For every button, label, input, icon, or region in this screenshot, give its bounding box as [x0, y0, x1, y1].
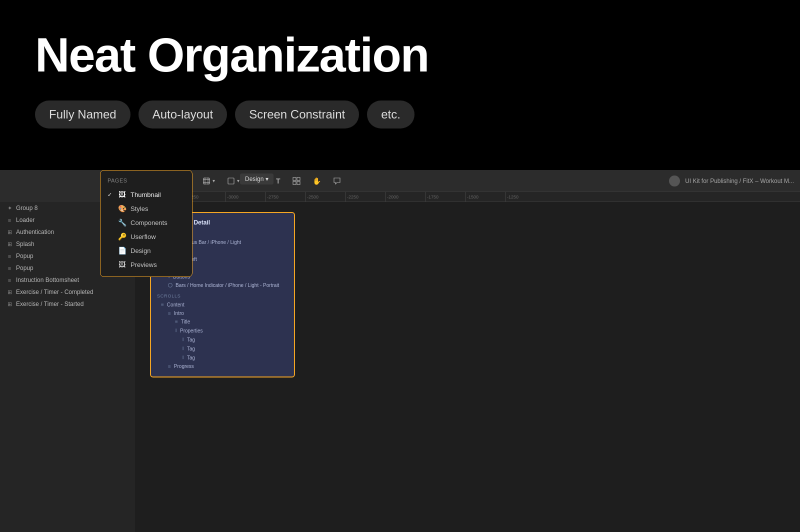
lines2-icon: ⦀ — [175, 328, 177, 334]
hand-tool-btn[interactable]: ✋ — [308, 175, 325, 187]
frame-row-label: Tag — [187, 337, 195, 342]
svg-rect-13 — [293, 182, 296, 184]
frame-scroll-row[interactable]: ≡Content — [157, 300, 288, 309]
toolbar-right: UI Kit for Publishing / FitX – Workout M… — [669, 176, 794, 186]
frame-scroll-row[interactable]: ≡Progress — [157, 362, 288, 370]
check-icon: ✓ — [108, 192, 114, 198]
svg-rect-11 — [293, 178, 296, 180]
lines-icon: ≡ — [161, 302, 164, 308]
page-label: Design — [130, 247, 150, 254]
page-item-userflow[interactable]: 🔑 Userflow — [100, 230, 192, 244]
frame-row-label: Content — [167, 302, 184, 308]
svg-rect-14 — [297, 182, 300, 184]
lines2-icon: ⦀ — [182, 346, 184, 352]
frame-row-label: Progress — [174, 364, 194, 369]
lines-icon: ≡ — [175, 319, 178, 324]
tag-pill: Screen Constraint — [235, 100, 359, 128]
layer-label: Exercise / Timer - Completed — [16, 288, 94, 296]
layer-label: Loader — [16, 216, 34, 224]
lines-icon: ≡ — [168, 364, 171, 369]
frame-fixed-row[interactable]: Bars / Home Indicator / iPhone / Light -… — [157, 281, 288, 290]
frame-row-label: Intro — [174, 310, 184, 316]
scrolls-label: SCROLLS — [157, 294, 288, 298]
frame-scroll-row[interactable]: ⦀Tag — [157, 344, 288, 353]
frame-scroll-row[interactable]: ⦀Tag — [157, 335, 288, 344]
tag-pill: Auto-layout — [138, 100, 227, 128]
hero-title: Neat Organization — [35, 30, 765, 80]
layer-label: Popup — [16, 252, 34, 260]
text-tool-btn[interactable]: T — [272, 175, 284, 187]
svg-rect-9 — [228, 178, 234, 184]
svg-rect-12 — [297, 178, 300, 180]
ruler-mark: -2750 — [265, 192, 305, 202]
scroll-items: ≡Content≡Intro≡Title⦀Properties⦀Tag⦀Tag⦀… — [157, 300, 288, 370]
frame-scroll-row[interactable]: ⦀Tag — [157, 353, 288, 362]
page-icon: 🎨 — [118, 204, 126, 212]
layer-label: Authentication — [16, 228, 54, 236]
circle-icon — [168, 283, 172, 288]
layer-icon: ✦ — [6, 205, 13, 212]
layer-icon: ≡ — [6, 277, 13, 283]
layer-icon: ⊞ — [6, 229, 13, 236]
page-label: Userflow — [130, 233, 156, 240]
page-label: Components — [130, 219, 168, 226]
ruler-mark: -1750 — [425, 192, 465, 202]
frame-row-label: Tag — [187, 355, 195, 360]
hero-section: Neat Organization Fully NamedAuto-layout… — [0, 0, 800, 148]
breadcrumb: UI Kit for Publishing / FitX – Workout M… — [685, 178, 794, 184]
frame-tool-btn[interactable]: ▾ — [198, 175, 219, 187]
ruler-marks: -3500-3250-3000-2750-2500-2250-2000-1750… — [135, 192, 545, 202]
layer-label: Instruction Bottomsheet — [16, 276, 79, 284]
design-panel-toggle[interactable]: Design ▾ — [240, 174, 274, 184]
frame-scroll-row[interactable]: ≡Intro — [157, 309, 288, 318]
canvas-area[interactable]: ⊞ Exercise / Detail FIXED Bars / Status … — [135, 202, 800, 532]
frame-row-label: Tag — [187, 346, 195, 352]
page-label: Thumbnail — [130, 191, 161, 198]
page-icon: 🔧 — [118, 218, 126, 226]
figma-area: ▾ ▾ ▾ ▾ ▾ T ✋ UI Kit for Publishing / — [0, 170, 800, 532]
layer-icon: ≡ — [6, 217, 13, 223]
ruler: -3500-3250-3000-2750-2500-2250-2000-1750… — [135, 192, 800, 202]
toolbar: ▾ ▾ ▾ ▾ ▾ T ✋ UI Kit for Publishing / — [135, 170, 800, 192]
comment-tool-btn[interactable] — [329, 175, 345, 187]
layer-icon: ⊞ — [6, 289, 13, 296]
frame-row-label: Title — [181, 319, 190, 324]
pages-header: Pages — [100, 176, 192, 188]
page-label: Previews — [130, 261, 157, 268]
layer-label: Exercise / Timer - Started — [16, 300, 84, 308]
ruler-mark: -2000 — [385, 192, 425, 202]
tag-pill: Fully Named — [35, 100, 130, 128]
page-label: Styles — [130, 205, 148, 212]
frame-scroll-row[interactable]: ≡Title — [157, 318, 288, 326]
page-icon: 📄 — [118, 246, 126, 254]
page-item-design[interactable]: 📄 Design — [100, 244, 192, 258]
components-tool-btn[interactable] — [288, 175, 304, 187]
layer-icon: ≡ — [6, 253, 13, 259]
layer-icon: ⊞ — [6, 241, 13, 248]
layer-label: Splash — [16, 240, 34, 248]
page-item-previews[interactable]: 🖼 Previews — [100, 258, 192, 272]
frame-row-label: Bars / Home Indicator / iPhone / Light -… — [176, 282, 279, 288]
layer-label: Popup — [16, 264, 34, 272]
user-avatar — [669, 176, 680, 186]
tag-pill: etc. — [367, 100, 414, 128]
page-icon: 🖼 — [118, 260, 126, 268]
lines2-icon: ⦀ — [182, 336, 184, 342]
design-btn[interactable]: Design ▾ — [240, 174, 274, 184]
ruler-mark: -3000 — [225, 192, 265, 202]
layer-icon: ≡ — [6, 265, 13, 271]
page-item-components[interactable]: 🔧 Components — [100, 216, 192, 230]
layer-item[interactable]: ⊞ Exercise / Timer - Completed — [0, 286, 135, 298]
lines-icon: ≡ — [168, 310, 171, 316]
svg-rect-4 — [204, 178, 210, 184]
pages-popup: Pages ✓ 🖼 Thumbnail 🎨 Styles 🔧 Component… — [100, 170, 192, 277]
lines2-icon: ⦀ — [182, 354, 184, 360]
tags-container: Fully NamedAuto-layoutScreen Constrainte… — [35, 100, 765, 128]
ruler-mark: -2250 — [345, 192, 385, 202]
ruler-mark: -2500 — [305, 192, 345, 202]
frame-row-label: Properties — [180, 328, 203, 334]
page-item-styles[interactable]: 🎨 Styles — [100, 202, 192, 216]
frame-scroll-row[interactable]: ⦀Properties — [157, 326, 288, 335]
layer-item[interactable]: ⊞ Exercise / Timer - Started — [0, 298, 135, 310]
page-item-thumbnail[interactable]: ✓ 🖼 Thumbnail — [100, 188, 192, 202]
